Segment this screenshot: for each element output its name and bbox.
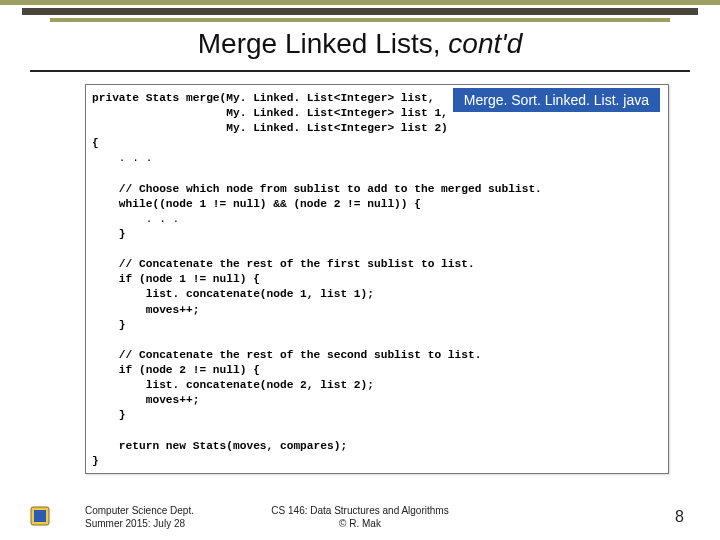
footer-copyright: © R. Mak [339, 518, 381, 529]
code-box: private Stats merge(My. Linked. List<Int… [85, 84, 669, 474]
title-main: Merge Linked Lists, [198, 28, 449, 59]
accent-bar-1 [0, 0, 720, 5]
footer-center: CS 146: Data Structures and Algorithms ©… [0, 505, 720, 530]
slide-title: Merge Linked Lists, cont'd [0, 28, 720, 60]
footer-course: CS 146: Data Structures and Algorithms [271, 505, 448, 516]
title-contd: cont'd [448, 28, 522, 59]
title-underline [30, 70, 690, 72]
top-accent-bars [0, 0, 720, 25]
slide-footer: Computer Science Dept. Summer 2015: July… [0, 502, 720, 532]
filename-badge: Merge. Sort. Linked. List. java [453, 88, 660, 112]
code-listing: private Stats merge(My. Linked. List<Int… [92, 91, 662, 469]
accent-bar-3 [50, 18, 670, 22]
page-number: 8 [675, 508, 684, 526]
accent-bar-2 [22, 8, 698, 15]
